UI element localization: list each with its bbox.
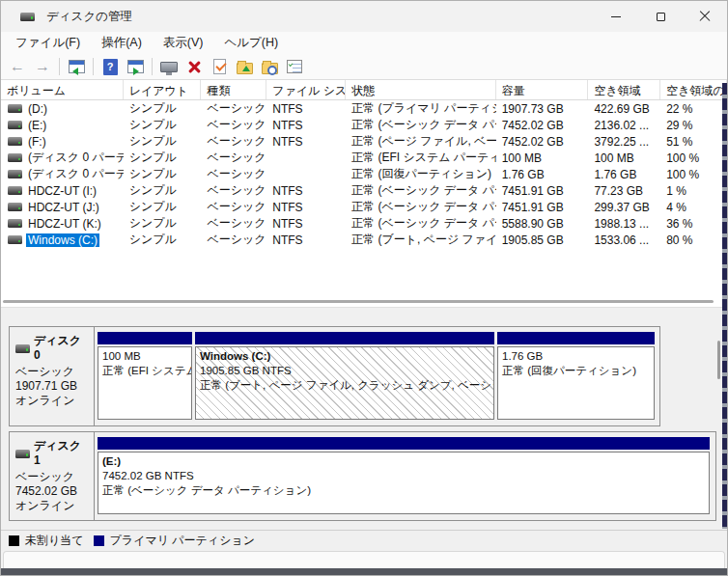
legend-label: プライマリ パーティション <box>110 533 255 549</box>
free-space-cell: 1533.06 ... <box>588 233 660 247</box>
disk-1-partitions: (E:) 7452.02 GB NTFS 正常 (ベーシック データ パーティシ… <box>95 432 715 520</box>
filesystem-cell: NTFS <box>266 102 346 116</box>
help-icon: ? <box>103 59 118 75</box>
disk-0-partitions: 100 MB 正常 (EFI システム パーティション) Windows (C:… <box>95 327 659 425</box>
free-space-cell: 1988.13 ... <box>588 217 660 231</box>
layout-cell: シンプル <box>124 166 202 182</box>
column-header-capacity[interactable]: 容量 <box>496 80 589 99</box>
legend-unallocated: 未割り当て <box>9 533 84 549</box>
folder-up-icon <box>237 63 253 74</box>
vertical-scrollbar-thumb[interactable] <box>717 341 720 379</box>
table-row[interactable]: HDCZ-UT (J:) シンプル ベーシック NTFS 正常 (ベーシック デ… <box>1 199 727 215</box>
partition-size: 100 MB <box>102 349 187 364</box>
filesystem-cell: NTFS <box>266 233 346 247</box>
legend-label: 未割り当て <box>25 533 84 549</box>
status-cell: 正常 (プライマリ パーティション) <box>346 100 496 117</box>
properties-button[interactable] <box>209 56 230 77</box>
toolbar-separator <box>152 58 153 75</box>
disk-size: 1907.71 GB <box>15 379 88 394</box>
table-row-selected[interactable]: Windows (C:) シンプル ベーシック NTFS 正常 (ブート, ペー… <box>1 232 727 248</box>
drive-icon <box>8 121 22 129</box>
computer-icon <box>160 62 178 72</box>
options-button[interactable] <box>284 56 305 77</box>
capacity-cell: 1.76 GB <box>496 168 589 181</box>
delete-button[interactable] <box>183 56 205 77</box>
table-row[interactable]: HDCZ-UT (K:) シンプル ベーシック NTFS 正常 (ベーシック デ… <box>1 215 727 232</box>
filesystem-cell: NTFS <box>266 135 346 149</box>
table-row[interactable]: (ディスク 0 パーティシ... シンプル ベーシック 正常 (EFI システム… <box>1 150 727 166</box>
capacity-cell: 5588.90 GB <box>496 217 589 231</box>
help-button[interactable]: ? <box>99 56 121 77</box>
menu-view[interactable]: 表示(V) <box>153 32 214 54</box>
refresh-button[interactable] <box>158 56 180 77</box>
disk-1-info[interactable]: ディスク 1 ベーシック 7452.02 GB オンライン <box>10 432 95 520</box>
horizontal-scrollbar-thumb[interactable] <box>3 300 714 303</box>
type-cell: ベーシック <box>201 215 266 232</box>
partition-windows-c[interactable]: Windows (C:) 1905.85 GB NTFS 正常 (ブート, ペー… <box>195 332 494 420</box>
minimize-button[interactable] <box>594 1 638 32</box>
partition-title: Windows (C:) <box>200 349 490 364</box>
pane-splitter[interactable] <box>1 308 727 321</box>
layout-cell: シンプル <box>124 117 202 133</box>
capacity-cell: 7452.02 GB <box>496 135 589 149</box>
open-button[interactable] <box>234 56 255 77</box>
free-percent-cell: 22 % <box>660 102 727 116</box>
window-right-edge <box>722 83 727 529</box>
free-space-cell: 100 MB <box>588 151 660 165</box>
disk-status: オンライン <box>15 394 88 408</box>
free-space-cell: 299.37 GB <box>588 201 660 214</box>
horizontal-scrollbar[interactable] <box>1 300 719 304</box>
disk-0-info[interactable]: ディスク 0 ベーシック 1907.71 GB オンライン <box>10 327 95 425</box>
table-row[interactable]: (D:) シンプル ベーシック NTFS 正常 (プライマリ パーティション) … <box>1 100 727 117</box>
disk-graphical-pane: ディスク 0 ベーシック 1907.71 GB オンライン 100 MB 正常 … <box>1 321 727 530</box>
volume-name: Windows (C:) <box>26 233 99 247</box>
layout-cell: シンプル <box>124 133 202 150</box>
table-row[interactable]: (F:) シンプル ベーシック NTFS 正常 (ページ ファイル, ベーシ..… <box>1 133 727 150</box>
column-header-status[interactable]: 状態 <box>346 80 496 99</box>
partition-color-bar <box>195 332 494 344</box>
table-row[interactable]: HDCZ-UT (I:) シンプル ベーシック NTFS 正常 (ベーシック デ… <box>1 182 727 199</box>
filesystem-cell: NTFS <box>266 201 346 214</box>
status-cell: 正常 (ベーシック データ パー... <box>346 117 496 133</box>
primary-partition-swatch <box>94 535 104 546</box>
menu-help[interactable]: ヘルプ(H) <box>213 32 289 54</box>
free-percent-cell: 100 % <box>660 151 727 165</box>
menu-action[interactable]: 操作(A) <box>91 32 153 54</box>
partition-recovery[interactable]: 1.76 GB 正常 (回復パーティション) <box>497 332 655 420</box>
disk-type: ベーシック <box>15 365 88 379</box>
column-header-free-space[interactable]: 空き領域 <box>588 80 660 99</box>
status-cell: 正常 (ベーシック データ パー... <box>346 199 496 215</box>
capacity-cell: 7452.02 GB <box>496 119 589 132</box>
type-cell: ベーシック <box>201 117 266 133</box>
partition-size: 1.76 GB <box>502 349 650 364</box>
volume-list-header: ボリューム レイアウト 種類 ファイル システム 状態 容量 空き領域 空き領域… <box>1 80 727 100</box>
show-console-tree-button[interactable] <box>66 56 87 77</box>
explore-button[interactable] <box>259 56 280 77</box>
forward-icon: → <box>35 59 50 74</box>
column-header-layout[interactable]: レイアウト <box>124 80 202 99</box>
show-action-pane-button[interactable] <box>125 56 146 77</box>
column-header-volume[interactable]: ボリューム <box>1 80 124 99</box>
volume-name: HDCZ-UT (K:) <box>26 217 103 231</box>
back-button[interactable]: ← <box>7 56 28 77</box>
table-row[interactable]: (E:) シンプル ベーシック NTFS 正常 (ベーシック データ パー...… <box>1 117 727 133</box>
partition-color-bar <box>98 332 192 344</box>
column-header-filesystem[interactable]: ファイル システム <box>266 80 346 99</box>
partition-e[interactable]: (E:) 7452.02 GB NTFS 正常 (ベーシック データ パーティシ… <box>98 437 710 514</box>
maximize-button[interactable] <box>638 1 683 32</box>
status-cell: 正常 (ベーシック データ パー... <box>346 215 496 232</box>
legend-bar: 未割り当て プライマリ パーティション <box>1 530 727 551</box>
table-row[interactable]: (ディスク 0 パーティシ... シンプル ベーシック 正常 (回復パーティショ… <box>1 166 727 182</box>
menu-file[interactable]: ファイル(F) <box>5 32 91 54</box>
filesystem-cell: NTFS <box>266 119 346 132</box>
partition-efi[interactable]: 100 MB 正常 (EFI システム パーティション) <box>98 332 192 420</box>
partition-size: 1905.85 GB NTFS <box>200 364 490 378</box>
type-cell: ベーシック <box>201 232 266 248</box>
close-button[interactable] <box>683 1 727 32</box>
column-header-free-percent[interactable]: 空き領域の割合 <box>660 80 727 99</box>
column-header-type[interactable]: 種類 <box>201 80 266 99</box>
drive-icon <box>8 137 22 146</box>
volume-name: (D:) <box>26 102 49 116</box>
forward-button[interactable]: → <box>32 56 53 77</box>
layout-cell: シンプル <box>124 232 202 248</box>
